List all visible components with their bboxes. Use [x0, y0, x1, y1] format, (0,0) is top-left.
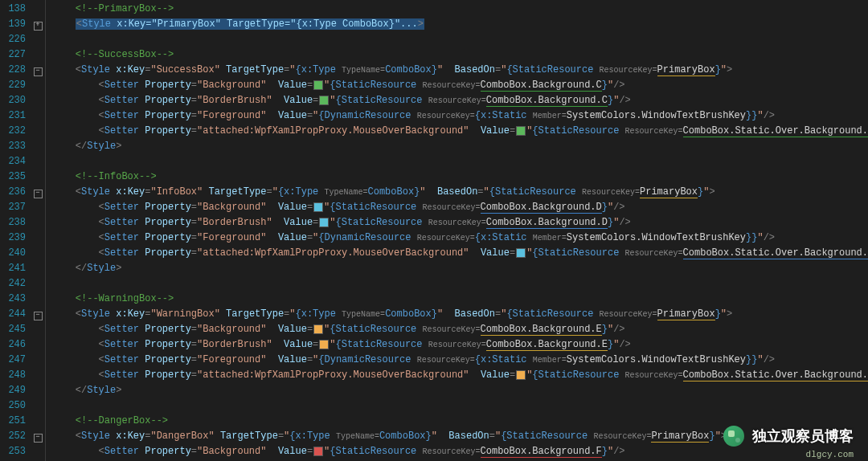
line-number: 240	[0, 246, 26, 261]
fold-cell[interactable]	[31, 261, 45, 276]
line-number-gutter: 1381392262272282292302312322332342352362…	[0, 0, 31, 461]
line-number: 246	[0, 337, 26, 353]
watermark: 独立观察员博客	[723, 426, 854, 447]
code-line[interactable]	[52, 276, 868, 292]
line-number: 251	[0, 414, 26, 429]
code-line[interactable]: <Setter Property="attached:WpfXamlPropPr…	[52, 368, 868, 383]
code-line[interactable]: <Setter Property="Foreground" Value="{Dy…	[52, 353, 868, 368]
code-line[interactable]	[52, 154, 868, 169]
fold-collapse-icon[interactable]: −	[34, 67, 43, 76]
fold-cell[interactable]	[31, 200, 45, 215]
line-number: 249	[0, 383, 26, 398]
fold-cell[interactable]	[31, 414, 45, 429]
fold-cell[interactable]	[31, 322, 45, 337]
fold-cell[interactable]	[31, 154, 45, 169]
line-number: 250	[0, 398, 26, 414]
line-number: 238	[0, 215, 26, 230]
fold-cell[interactable]	[31, 230, 45, 246]
fold-cell[interactable]	[31, 292, 45, 307]
fold-cell[interactable]	[31, 276, 45, 292]
line-number: 226	[0, 32, 26, 47]
fold-expand-icon[interactable]: +	[34, 22, 43, 31]
fold-cell[interactable]	[31, 383, 45, 398]
code-line[interactable]: <Setter Property="Foreground" Value="{Dy…	[52, 108, 868, 124]
fold-cell[interactable]	[31, 398, 45, 414]
watermark-text: 独立观察员博客	[752, 426, 854, 446]
code-line[interactable]: <Setter Property="Foreground" Value="{Dy…	[52, 230, 868, 246]
line-number: 244	[0, 307, 26, 322]
fold-cell[interactable]	[31, 47, 45, 63]
code-line[interactable]: <!--PrimaryBox-->	[52, 2, 868, 17]
line-number: 230	[0, 93, 26, 108]
fold-cell[interactable]	[31, 337, 45, 353]
line-number: 232	[0, 124, 26, 139]
fold-cell[interactable]	[31, 353, 45, 368]
code-line[interactable]: <Style x:Key="PrimaryBox" TargetType="{x…	[52, 17, 868, 32]
code-line[interactable]: </Style>	[52, 139, 868, 154]
fold-cell[interactable]	[31, 124, 45, 139]
code-line[interactable]: <Style x:Key="SuccessBox" TargetType="{x…	[52, 63, 868, 78]
fold-cell[interactable]	[31, 2, 45, 17]
line-number: 245	[0, 322, 26, 337]
code-line[interactable]: </Style>	[52, 383, 868, 398]
code-line[interactable]: <!--SuccessBox-->	[52, 47, 868, 63]
fold-cell[interactable]	[31, 368, 45, 383]
fold-cell[interactable]	[31, 93, 45, 108]
line-number: 227	[0, 47, 26, 63]
fold-cell[interactable]: −	[31, 429, 45, 444]
fold-cell[interactable]	[31, 169, 45, 185]
line-number: 234	[0, 154, 26, 169]
code-editor[interactable]: 1381392262272282292302312322332342352362…	[0, 0, 868, 461]
code-line[interactable]: <Setter Property="Background" Value="{St…	[52, 200, 868, 215]
line-number: 248	[0, 368, 26, 383]
code-line[interactable]: </Style>	[52, 261, 868, 276]
wechat-icon	[723, 426, 744, 447]
code-area[interactable]: <!--PrimaryBox--> <Style x:Key="PrimaryB…	[46, 0, 868, 461]
watermark-sub: dlgcy.com	[806, 450, 854, 459]
line-number: 253	[0, 444, 26, 459]
line-number: 139	[0, 17, 26, 32]
code-line[interactable]	[52, 398, 868, 414]
code-line[interactable]: <Setter Property="Background" Value="{St…	[52, 78, 868, 93]
code-line[interactable]: <Setter Property="attached:WpfXamlPropPr…	[52, 246, 868, 261]
code-line[interactable]: <Setter Property="BorderBrush" Value="{S…	[52, 93, 868, 108]
code-line[interactable]: <Setter Property="BorderBrush" Value="{S…	[52, 337, 868, 353]
fold-cell[interactable]: −	[31, 63, 45, 78]
fold-gutter[interactable]: +−−−−	[31, 0, 46, 461]
line-number: 239	[0, 230, 26, 246]
code-line[interactable]: <!--WarningBox-->	[52, 292, 868, 307]
line-number: 242	[0, 276, 26, 292]
line-number: 229	[0, 78, 26, 93]
fold-cell[interactable]	[31, 139, 45, 154]
code-line[interactable]: <Style x:Key="InfoBox" TargetType="{x:Ty…	[52, 185, 868, 200]
line-number: 241	[0, 261, 26, 276]
fold-cell[interactable]: −	[31, 185, 45, 200]
line-number: 247	[0, 353, 26, 368]
line-number: 231	[0, 108, 26, 124]
fold-cell[interactable]	[31, 108, 45, 124]
line-number: 236	[0, 185, 26, 200]
code-line[interactable]	[52, 32, 868, 47]
line-number: 235	[0, 169, 26, 185]
code-line[interactable]: <Style x:Key="WarningBox" TargetType="{x…	[52, 307, 868, 322]
line-number: 138	[0, 2, 26, 17]
fold-cell[interactable]	[31, 246, 45, 261]
fold-cell[interactable]	[31, 444, 45, 459]
line-number: 243	[0, 292, 26, 307]
line-number: 228	[0, 63, 26, 78]
line-number: 252	[0, 429, 26, 444]
code-line[interactable]: <Setter Property="BorderBrush" Value="{S…	[52, 215, 868, 230]
line-number: 237	[0, 200, 26, 215]
fold-cell[interactable]	[31, 215, 45, 230]
fold-cell[interactable]: −	[31, 307, 45, 322]
fold-cell[interactable]	[31, 32, 45, 47]
code-line[interactable]: <Setter Property="attached:WpfXamlPropPr…	[52, 124, 868, 139]
code-line[interactable]: <Setter Property="Background" Value="{St…	[52, 322, 868, 337]
fold-collapse-icon[interactable]: −	[34, 312, 43, 320]
fold-cell[interactable]: +	[31, 17, 45, 32]
fold-cell[interactable]	[31, 78, 45, 93]
code-line[interactable]: <!--InfoBox-->	[52, 169, 868, 185]
fold-collapse-icon[interactable]: −	[34, 190, 43, 198]
fold-collapse-icon[interactable]: −	[34, 434, 43, 443]
line-number: 233	[0, 139, 26, 154]
